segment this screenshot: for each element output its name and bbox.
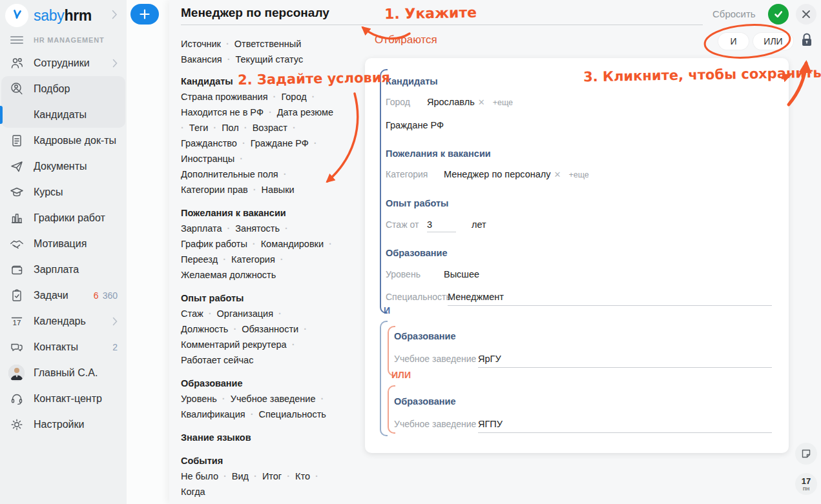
add-more-link[interactable]: +еще (568, 170, 588, 179)
filter-option[interactable]: Возраст (253, 123, 296, 133)
confirm-button[interactable] (768, 4, 789, 25)
filter-option[interactable]: Желаемая должность (181, 270, 276, 280)
sidebar-item-candidates[interactable]: Кандидаты (0, 102, 127, 128)
sidebar-item-contacts[interactable]: Контакты 2 (0, 334, 127, 360)
filter-option[interactable]: Категории прав (181, 185, 262, 195)
filter-option[interactable]: Занятость (235, 223, 288, 234)
filter-option[interactable]: Город (281, 92, 315, 102)
selected-conditions-card: Кандидаты Город Ярославль ✕ +еще Граждан… (365, 58, 789, 453)
filter-option[interactable]: Работает сейчас (181, 355, 253, 365)
remove-condition-icon[interactable]: ✕ (554, 170, 561, 179)
filter-option[interactable]: Категория (231, 254, 284, 265)
and-junction-label[interactable]: И (384, 305, 390, 316)
filter-option[interactable]: Кто (295, 471, 318, 481)
school-input[interactable]: ЯГПУ (478, 419, 772, 433)
filter-option[interactable]: Учебное заведение (231, 394, 324, 404)
filter-option[interactable]: Зарплата (181, 223, 235, 234)
add-button[interactable] (130, 4, 159, 25)
sidebar-item-motivation[interactable]: Мотивация (0, 231, 127, 257)
filter-option[interactable]: Граждане РФ (251, 138, 317, 148)
specialty-input[interactable]: Менеджмент (448, 292, 772, 306)
filter-option[interactable]: Пол (222, 123, 252, 133)
add-more-link[interactable]: +еще (493, 98, 513, 107)
card-section-title: Образование (394, 396, 456, 407)
filter-option[interactable]: Ответственный (234, 39, 302, 49)
filter-option[interactable]: Должность (181, 324, 242, 334)
hamburger-icon[interactable] (10, 34, 23, 46)
filter-option[interactable]: Специальность (258, 409, 326, 419)
filter-name-underline (181, 25, 703, 25)
notes-button[interactable] (795, 443, 817, 465)
chevron-right-icon[interactable] (112, 10, 118, 22)
filter-option[interactable]: Вид (232, 471, 262, 481)
filter-option[interactable]: Иностранцы (181, 154, 243, 164)
remove-condition-icon[interactable]: ✕ (478, 97, 485, 107)
lock-icon[interactable] (800, 32, 814, 49)
calendar-day-button[interactable]: 17 пн (795, 473, 817, 495)
filter-option[interactable]: График работы (181, 239, 261, 249)
filter-option[interactable]: Когда (181, 487, 205, 497)
sidebar-item-documents[interactable]: Документы (0, 154, 127, 179)
sidebar: sabyhrm HR MANAGEMENT Сотрудники Подбор … (0, 0, 127, 504)
condition-value[interactable]: Высшее (444, 269, 479, 279)
sidebar-item-hr-documents[interactable]: Кадровые док-ты (0, 128, 127, 154)
or-toggle-button[interactable]: ИЛИ (753, 33, 793, 50)
and-toggle-button[interactable]: И (718, 33, 749, 50)
filter-option[interactable]: Итог (262, 471, 295, 481)
experience-years-input[interactable]: 3 (427, 219, 456, 232)
filter-option[interactable]: Уровень (181, 394, 231, 404)
filter-option[interactable]: Не было (181, 471, 232, 481)
filter-option[interactable]: Организация (217, 308, 282, 319)
filter-option[interactable]: Дата резюме (277, 107, 333, 117)
sidebar-item-salary[interactable]: Зарплата (0, 257, 127, 283)
condition-row-city: Город Ярославль ✕ +еще (386, 97, 513, 107)
graduation-cap-icon (9, 185, 25, 200)
gear-icon (9, 417, 25, 432)
filter-option[interactable]: Текущий статус (236, 54, 304, 65)
tasks-badges: 6360 (94, 290, 118, 301)
brand-name: sabyhrm (34, 7, 92, 25)
sidebar-item-employees[interactable]: Сотрудники (0, 50, 127, 76)
filter-option[interactable]: Гражданство (181, 138, 251, 148)
bar-chart-icon (9, 210, 25, 226)
filter-option[interactable]: Переезд (181, 254, 231, 265)
filter-option[interactable]: Находится не в РФ (181, 107, 277, 117)
sidebar-item-contact-center[interactable]: Контакт-центр (0, 386, 127, 412)
note-icon (800, 448, 812, 459)
filter-option[interactable]: Комментарий рекрутера (181, 339, 295, 350)
condition-value[interactable]: Ярославль (427, 97, 475, 107)
saby-logo-icon[interactable] (5, 4, 28, 27)
filter-option[interactable]: Навыки (262, 185, 295, 195)
filter-option[interactable]: Обязанности (242, 324, 307, 334)
filter-group-title: Опыт работы (181, 290, 369, 306)
filter-option[interactable]: Источник (181, 39, 234, 49)
filter-group-title[interactable]: Знание языков (181, 430, 369, 445)
filter-option[interactable]: Командировки (261, 239, 332, 249)
filter-option[interactable]: Стаж (181, 308, 217, 319)
school-input[interactable]: ЯрГУ (478, 354, 772, 368)
filter-option[interactable]: Вакансия (181, 54, 236, 65)
sidebar-item-work-schedules[interactable]: Графики работ (0, 205, 127, 231)
reset-button[interactable]: Сбросить (712, 8, 756, 19)
handshake-icon (9, 236, 25, 252)
check-icon (773, 8, 784, 20)
close-button[interactable] (796, 4, 816, 25)
sidebar-item-settings[interactable]: Настройки (0, 412, 127, 438)
sidebar-item-tasks[interactable]: Задачи 6360 (0, 283, 127, 308)
sidebar-item-calendar[interactable]: 17 Календарь (0, 308, 127, 334)
chat-bubbles-icon (9, 339, 25, 355)
filter-option[interactable]: Теги (189, 123, 222, 133)
condition-row-school-2: Учебное заведение ЯГПУ (394, 419, 772, 433)
sidebar-item-profile[interactable]: Главный С.А. (0, 360, 127, 386)
condition-value[interactable]: Граждане РФ (386, 120, 444, 130)
sidebar-item-courses[interactable]: Курсы (0, 179, 127, 205)
plus-icon (139, 8, 151, 20)
filter-option[interactable]: Дополнительные поля (181, 169, 287, 179)
filter-option[interactable]: Страна проживания (181, 92, 281, 102)
or-junction-label[interactable]: ИЛИ (391, 370, 411, 380)
condition-value[interactable]: Менеджер по персоналу (444, 169, 551, 179)
condition-row-school-1: Учебное заведение ЯрГУ (394, 354, 772, 368)
sidebar-item-recruitment[interactable]: Подбор (0, 76, 127, 102)
filter-option[interactable]: Квалификация (181, 409, 258, 419)
user-avatar (8, 365, 25, 381)
